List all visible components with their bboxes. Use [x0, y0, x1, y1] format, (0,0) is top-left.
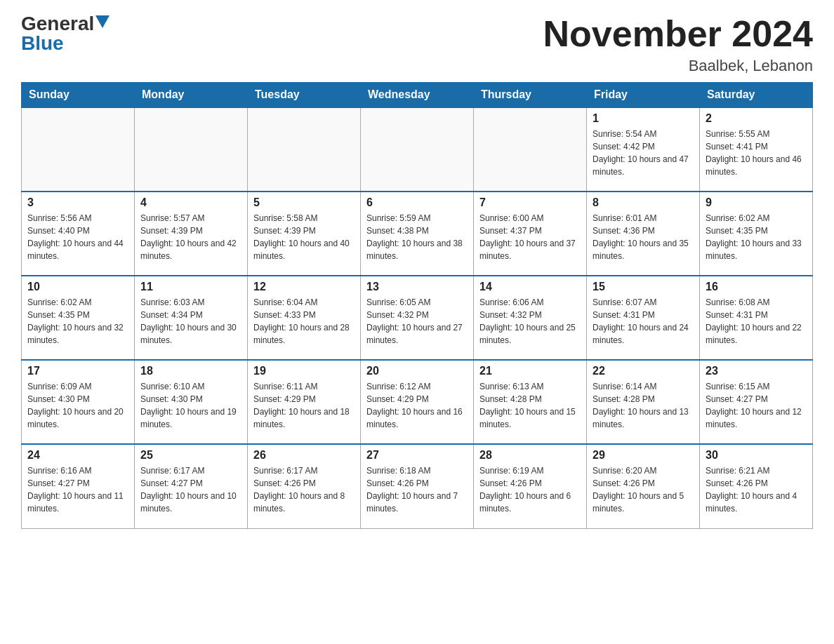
day-number: 26 — [253, 449, 355, 462]
calendar-cell: 9Sunrise: 6:02 AMSunset: 4:35 PMDaylight… — [700, 192, 813, 276]
day-number: 10 — [27, 281, 128, 293]
day-info: Sunrise: 6:09 AMSunset: 4:30 PMDaylight:… — [27, 380, 128, 431]
calendar-cell: 19Sunrise: 6:11 AMSunset: 4:29 PMDayligh… — [248, 360, 361, 444]
day-info: Sunrise: 6:06 AMSunset: 4:32 PMDaylight:… — [479, 296, 581, 347]
day-info: Sunrise: 6:08 AMSunset: 4:31 PMDaylight:… — [706, 296, 807, 347]
calendar-cell: 21Sunrise: 6:13 AMSunset: 4:28 PMDayligh… — [474, 360, 587, 444]
calendar-cell: 13Sunrise: 6:05 AMSunset: 4:32 PMDayligh… — [361, 276, 474, 360]
location: Baalbek, Lebanon — [543, 57, 813, 75]
day-number: 3 — [27, 196, 128, 209]
calendar-cell: 17Sunrise: 6:09 AMSunset: 4:30 PMDayligh… — [22, 360, 135, 444]
day-info: Sunrise: 6:21 AMSunset: 4:26 PMDaylight:… — [706, 464, 807, 515]
day-info: Sunrise: 5:57 AMSunset: 4:39 PMDaylight:… — [140, 212, 241, 262]
weekday-header-sunday: Sunday — [22, 83, 135, 108]
day-number: 4 — [140, 196, 241, 209]
calendar-cell: 18Sunrise: 6:10 AMSunset: 4:30 PMDayligh… — [135, 360, 248, 444]
calendar-cell — [361, 107, 474, 192]
calendar-cell: 5Sunrise: 5:58 AMSunset: 4:39 PMDaylight… — [248, 192, 361, 276]
day-number: 20 — [366, 365, 468, 377]
calendar-cell: 27Sunrise: 6:18 AMSunset: 4:26 PMDayligh… — [361, 444, 474, 528]
day-number: 5 — [253, 196, 355, 209]
logo-general-text: General — [21, 14, 94, 34]
weekday-header-monday: Monday — [135, 83, 248, 108]
day-info: Sunrise: 6:00 AMSunset: 4:37 PMDaylight:… — [479, 212, 581, 262]
day-number: 14 — [479, 281, 581, 293]
day-info: Sunrise: 6:17 AMSunset: 4:27 PMDaylight:… — [140, 464, 241, 515]
day-info: Sunrise: 6:20 AMSunset: 4:26 PMDaylight:… — [593, 464, 694, 515]
calendar-cell: 25Sunrise: 6:17 AMSunset: 4:27 PMDayligh… — [135, 444, 248, 528]
month-title: November 2024 — [543, 14, 813, 54]
calendar-cell: 20Sunrise: 6:12 AMSunset: 4:29 PMDayligh… — [361, 360, 474, 444]
week-row-4: 17Sunrise: 6:09 AMSunset: 4:30 PMDayligh… — [22, 360, 813, 444]
day-info: Sunrise: 5:55 AMSunset: 4:41 PMDaylight:… — [706, 128, 807, 178]
day-number: 27 — [366, 449, 468, 462]
day-number: 28 — [479, 449, 581, 462]
day-info: Sunrise: 6:18 AMSunset: 4:26 PMDaylight:… — [366, 464, 468, 515]
day-info: Sunrise: 6:19 AMSunset: 4:26 PMDaylight:… — [479, 464, 581, 515]
title-block: November 2024 Baalbek, Lebanon — [543, 14, 813, 75]
calendar-cell: 22Sunrise: 6:14 AMSunset: 4:28 PMDayligh… — [587, 360, 700, 444]
day-info: Sunrise: 6:13 AMSunset: 4:28 PMDaylight:… — [479, 380, 581, 431]
weekday-header-row: SundayMondayTuesdayWednesdayThursdayFrid… — [22, 83, 813, 108]
calendar-cell: 23Sunrise: 6:15 AMSunset: 4:27 PMDayligh… — [700, 360, 813, 444]
week-row-2: 3Sunrise: 5:56 AMSunset: 4:40 PMDaylight… — [22, 192, 813, 276]
day-info: Sunrise: 6:10 AMSunset: 4:30 PMDaylight:… — [140, 380, 241, 431]
day-info: Sunrise: 6:03 AMSunset: 4:34 PMDaylight:… — [140, 296, 241, 347]
day-info: Sunrise: 6:05 AMSunset: 4:32 PMDaylight:… — [366, 296, 468, 347]
weekday-header-tuesday: Tuesday — [248, 83, 361, 108]
svg-marker-0 — [95, 15, 110, 28]
calendar-cell: 15Sunrise: 6:07 AMSunset: 4:31 PMDayligh… — [587, 276, 700, 360]
day-info: Sunrise: 6:11 AMSunset: 4:29 PMDaylight:… — [253, 380, 355, 431]
day-number: 13 — [366, 281, 468, 293]
calendar-cell: 4Sunrise: 5:57 AMSunset: 4:39 PMDaylight… — [135, 192, 248, 276]
calendar-cell: 10Sunrise: 6:02 AMSunset: 4:35 PMDayligh… — [22, 276, 135, 360]
day-number: 25 — [140, 449, 241, 462]
day-number: 2 — [706, 112, 807, 125]
day-number: 11 — [140, 281, 241, 293]
logo-arrow-icon — [95, 15, 110, 29]
day-number: 29 — [593, 449, 694, 462]
day-info: Sunrise: 6:02 AMSunset: 4:35 PMDaylight:… — [27, 296, 128, 347]
weekday-header-thursday: Thursday — [474, 83, 587, 108]
week-row-1: 1Sunrise: 5:54 AMSunset: 4:42 PMDaylight… — [22, 107, 813, 192]
day-number: 19 — [253, 365, 355, 377]
calendar-cell — [474, 107, 587, 192]
calendar-cell: 11Sunrise: 6:03 AMSunset: 4:34 PMDayligh… — [135, 276, 248, 360]
calendar-cell — [248, 107, 361, 192]
day-number: 7 — [479, 196, 581, 209]
week-row-5: 24Sunrise: 6:16 AMSunset: 4:27 PMDayligh… — [22, 444, 813, 528]
calendar-cell: 2Sunrise: 5:55 AMSunset: 4:41 PMDaylight… — [700, 107, 813, 192]
calendar-cell: 8Sunrise: 6:01 AMSunset: 4:36 PMDaylight… — [587, 192, 700, 276]
calendar-cell: 30Sunrise: 6:21 AMSunset: 4:26 PMDayligh… — [700, 444, 813, 528]
day-info: Sunrise: 6:15 AMSunset: 4:27 PMDaylight:… — [706, 380, 807, 431]
day-info: Sunrise: 5:56 AMSunset: 4:40 PMDaylight:… — [27, 212, 128, 262]
day-info: Sunrise: 5:54 AMSunset: 4:42 PMDaylight:… — [593, 128, 694, 178]
logo: General Blue — [21, 14, 110, 53]
day-info: Sunrise: 6:16 AMSunset: 4:27 PMDaylight:… — [27, 464, 128, 515]
day-number: 9 — [706, 196, 807, 209]
calendar-cell: 28Sunrise: 6:19 AMSunset: 4:26 PMDayligh… — [474, 444, 587, 528]
calendar-cell: 16Sunrise: 6:08 AMSunset: 4:31 PMDayligh… — [700, 276, 813, 360]
page-header: General Blue November 2024 Baalbek, Leba… — [21, 14, 813, 75]
day-info: Sunrise: 6:12 AMSunset: 4:29 PMDaylight:… — [366, 380, 468, 431]
calendar-cell: 24Sunrise: 6:16 AMSunset: 4:27 PMDayligh… — [22, 444, 135, 528]
day-number: 23 — [706, 365, 807, 377]
day-number: 1 — [593, 112, 694, 125]
weekday-header-wednesday: Wednesday — [361, 83, 474, 108]
day-number: 6 — [366, 196, 468, 209]
day-number: 22 — [593, 365, 694, 377]
day-number: 21 — [479, 365, 581, 377]
logo-blue-text: Blue — [21, 34, 64, 53]
calendar-cell: 1Sunrise: 5:54 AMSunset: 4:42 PMDaylight… — [587, 107, 700, 192]
calendar-cell — [135, 107, 248, 192]
day-info: Sunrise: 6:07 AMSunset: 4:31 PMDaylight:… — [593, 296, 694, 347]
day-info: Sunrise: 6:04 AMSunset: 4:33 PMDaylight:… — [253, 296, 355, 347]
calendar-cell: 14Sunrise: 6:06 AMSunset: 4:32 PMDayligh… — [474, 276, 587, 360]
calendar-cell: 29Sunrise: 6:20 AMSunset: 4:26 PMDayligh… — [587, 444, 700, 528]
day-info: Sunrise: 5:59 AMSunset: 4:38 PMDaylight:… — [366, 212, 468, 262]
day-info: Sunrise: 6:01 AMSunset: 4:36 PMDaylight:… — [593, 212, 694, 262]
calendar-cell: 7Sunrise: 6:00 AMSunset: 4:37 PMDaylight… — [474, 192, 587, 276]
calendar-cell: 26Sunrise: 6:17 AMSunset: 4:26 PMDayligh… — [248, 444, 361, 528]
day-number: 24 — [27, 449, 128, 462]
day-info: Sunrise: 5:58 AMSunset: 4:39 PMDaylight:… — [253, 212, 355, 262]
